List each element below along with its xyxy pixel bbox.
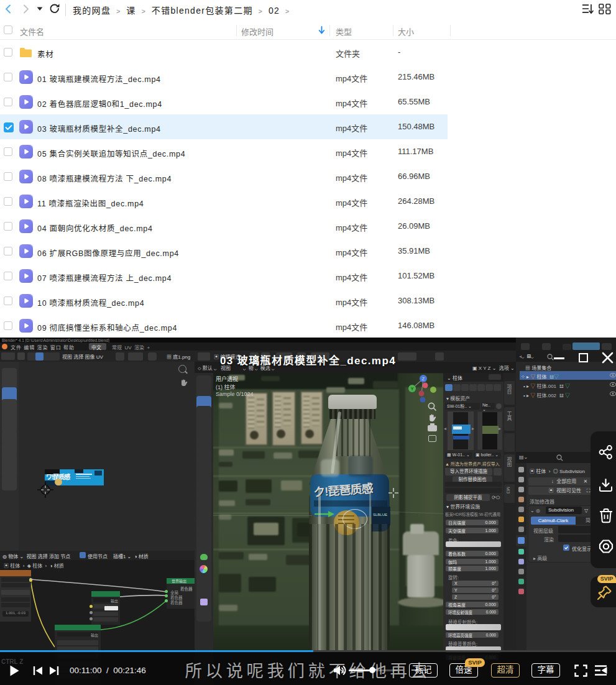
svg-text:Z: Z [422, 377, 425, 381]
svg-text:Y: Y [411, 387, 414, 391]
